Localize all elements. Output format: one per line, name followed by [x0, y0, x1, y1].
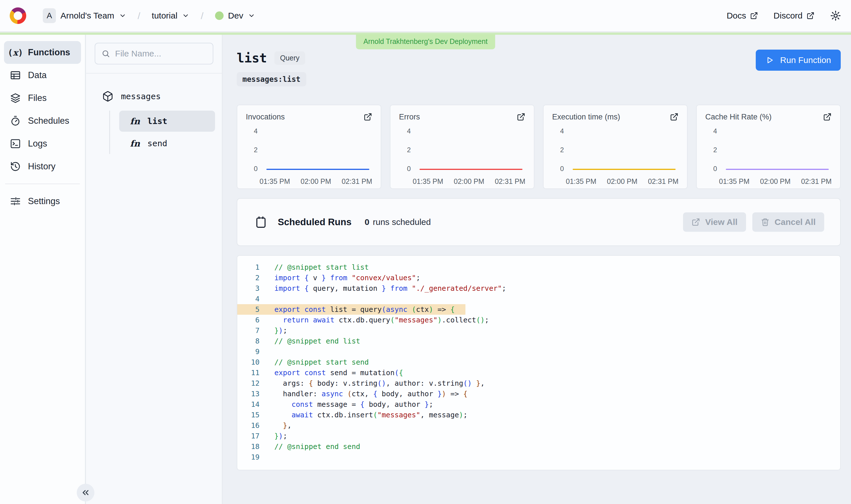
run-function-label: Run Function: [780, 55, 831, 65]
x-axis-labels: 01:35 PM 02:00 PM 02:31 PM: [260, 177, 372, 185]
line-number: 16: [237, 420, 260, 431]
metric-card-title: Errors: [399, 113, 420, 122]
code-text: export const send = mutation({: [260, 367, 403, 378]
gear-icon[interactable]: [830, 10, 841, 21]
sidebar-item-logs[interactable]: Logs: [4, 132, 81, 155]
sidebar-item-history[interactable]: History: [4, 155, 81, 178]
run-function-button[interactable]: Run Function: [756, 50, 841, 71]
line-number: 8: [237, 336, 260, 346]
function-name-title: list: [237, 51, 267, 65]
view-all-label: View All: [705, 217, 738, 227]
function-type-badge: Query: [274, 51, 305, 65]
docs-link[interactable]: Docs: [727, 11, 758, 20]
line-number: 12: [237, 378, 260, 389]
y-axis-tick: 0: [407, 165, 415, 173]
sidebar-item-settings[interactable]: Settings: [4, 190, 81, 213]
deployment-selector[interactable]: Dev: [215, 11, 255, 20]
cancel-all-label: Cancel All: [775, 217, 816, 227]
team-name: Arnold's Team: [60, 11, 114, 20]
code-line: 3import { query, mutation } from "./_gen…: [237, 283, 840, 294]
code-line: 15 await ctx.db.insert("messages", messa…: [237, 410, 840, 420]
x-axis-tick: 02:00 PM: [760, 177, 791, 185]
code-line: 9: [237, 346, 840, 357]
code-text: import { v } from "convex/values";: [260, 272, 420, 283]
line-number: 10: [237, 357, 260, 367]
y-axis-tick: 0: [713, 165, 722, 173]
chart-line-series: [420, 169, 522, 170]
calendar-icon: [254, 216, 267, 229]
sidebar-item-data[interactable]: Data: [4, 64, 81, 87]
external-link-icon[interactable]: [517, 113, 525, 121]
code-text: [260, 294, 279, 304]
code-line: 6 return await ctx.db.query("messages").…: [237, 315, 840, 325]
tree-function-send[interactable]: fnsend: [119, 133, 215, 154]
x-axis-labels: 01:35 PM 02:00 PM 02:31 PM: [566, 177, 678, 185]
sidebar-item-label: Schedules: [28, 116, 69, 126]
discord-link[interactable]: Discord: [774, 11, 815, 20]
code-line: 18// @snippet end send: [237, 441, 840, 452]
deployment-banner: Arnold Trakhtenberg's Dev Deployment: [356, 34, 495, 49]
folder-label: messages: [121, 91, 161, 101]
search-icon: [102, 49, 110, 58]
file-search[interactable]: [95, 43, 213, 65]
cube-icon: [102, 91, 113, 102]
chevron-down-icon: [182, 12, 189, 19]
sidebar-item-schedules[interactable]: Schedules: [4, 109, 81, 132]
metric-card: Cache Hit Rate (%) 4 2 0 01:35 PM 02:00 …: [696, 105, 841, 189]
x-axis-tick: 02:31 PM: [342, 177, 372, 185]
line-number: 15: [237, 410, 260, 420]
y-axis-tick: 2: [407, 146, 415, 154]
metric-line-chart: 4 2 0: [552, 125, 678, 175]
breadcrumb-separator: /: [201, 10, 203, 21]
chart-line-series: [266, 169, 369, 170]
tree-function-label: send: [147, 139, 167, 148]
sidebar-item-functions[interactable]: (x) Functions: [4, 41, 81, 64]
sidebar-item-label: Files: [28, 93, 47, 103]
metric-card-title: Invocations: [246, 113, 285, 122]
x-axis-tick: 02:31 PM: [495, 177, 525, 185]
code-line: 13 handler: async (ctx, { body, author }…: [237, 389, 840, 399]
tree-folder-messages[interactable]: messages: [93, 87, 215, 106]
function-icon: fn: [130, 139, 140, 148]
code-text: export const list = query(async (ctx) =>…: [260, 304, 455, 315]
team-selector[interactable]: A Arnold's Team: [43, 8, 126, 23]
code-text: [260, 346, 279, 357]
code-text: import { query, mutation } from "./_gene…: [260, 283, 506, 294]
code-text: args: { body: v.string(), author: v.stri…: [260, 378, 485, 389]
collapse-sidebar-button[interactable]: [77, 484, 94, 501]
external-link-icon[interactable]: [670, 113, 678, 121]
code-text: // @snippet start list: [260, 262, 369, 272]
code-line: 1// @snippet start list: [237, 262, 840, 272]
team-avatar: A: [43, 8, 56, 23]
discord-label: Discord: [774, 11, 802, 20]
code-text: // @snippet start send: [260, 357, 369, 367]
docs-label: Docs: [727, 11, 746, 20]
external-link-icon[interactable]: [823, 113, 832, 121]
chevron-down-icon: [248, 12, 255, 19]
y-axis-tick: 4: [407, 127, 415, 135]
code-line: 4: [237, 294, 840, 304]
project-selector[interactable]: tutorial: [152, 11, 189, 20]
files-icon: [10, 92, 21, 104]
code-text: handler: async (ctx, { body, author }) =…: [260, 389, 467, 399]
deployment-name: Dev: [228, 11, 243, 20]
x-axis-tick: 01:35 PM: [566, 177, 596, 185]
function-identifier-badge: messages:list: [237, 72, 306, 86]
x-axis-tick: 02:00 PM: [607, 177, 637, 185]
code-line: 17});: [237, 431, 840, 441]
code-line: 12 args: { body: v.string(), author: v.s…: [237, 378, 840, 389]
line-number: 2: [237, 272, 260, 283]
external-link-icon[interactable]: [364, 113, 372, 121]
line-number: 5: [237, 304, 260, 315]
metrics-row: Invocations 4 2 0 01:35 PM 02:00 PM 02:3…: [237, 105, 841, 189]
line-number: 17: [237, 431, 260, 441]
tree-function-list[interactable]: fnlist: [119, 111, 215, 132]
sidebar-item-files[interactable]: Files: [4, 87, 81, 109]
cancel-all-button[interactable]: Cancel All: [752, 212, 824, 232]
view-all-button[interactable]: View All: [683, 212, 746, 232]
functions-icon: (x): [10, 47, 21, 58]
file-search-input[interactable]: [115, 49, 207, 58]
chart-line-series: [726, 169, 829, 170]
code-line: 11export const send = mutation({: [237, 367, 840, 378]
line-number: 3: [237, 283, 260, 294]
